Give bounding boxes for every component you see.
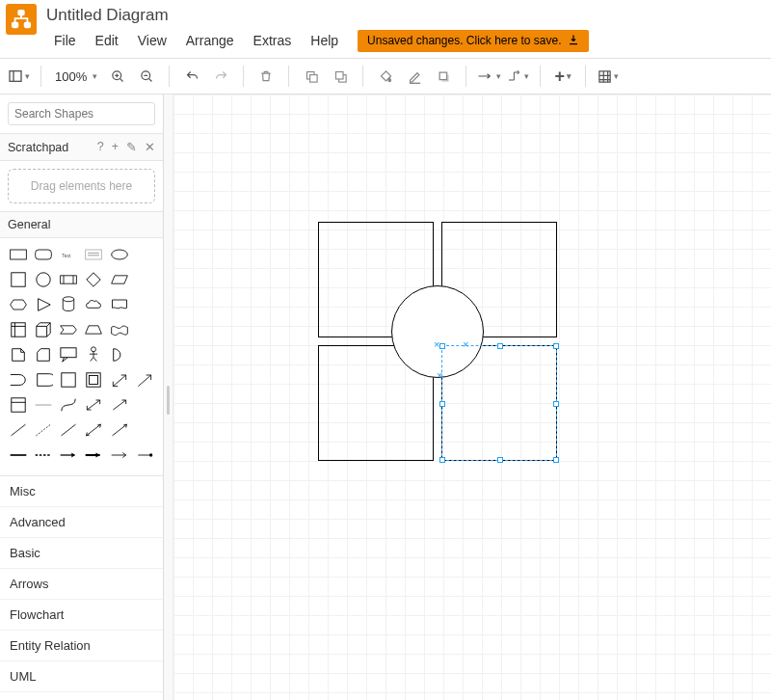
shape-or[interactable] — [109, 344, 130, 365]
shape-curve[interactable] — [58, 394, 79, 416]
connection-point[interactable]: × — [463, 339, 468, 350]
menu-help[interactable]: Help — [301, 29, 348, 52]
shape-cylinder[interactable] — [58, 294, 79, 315]
general-section[interactable]: General — [0, 211, 163, 238]
category-basic[interactable]: Basic — [0, 538, 163, 569]
shape-blank7[interactable] — [134, 419, 155, 441]
shape-harrow[interactable] — [58, 444, 79, 466]
shape-arrow2[interactable] — [109, 419, 130, 441]
connection-point[interactable]: × — [434, 339, 439, 350]
shape-dashed-line[interactable] — [33, 419, 54, 441]
shape-search[interactable] — [8, 102, 155, 125]
shape-parallelogram[interactable] — [109, 269, 130, 290]
shape-label[interactable] — [33, 394, 54, 416]
shape-document[interactable] — [109, 294, 130, 315]
shape-cube[interactable] — [33, 319, 54, 340]
shape-blank[interactable] — [134, 244, 155, 265]
scratchpad-section[interactable]: Scratchpad ? + ✎ ✕ — [0, 133, 163, 161]
category-arrows[interactable]: Arrows — [0, 569, 163, 600]
fill-color-button[interactable] — [373, 64, 398, 89]
shadow-button[interactable] — [431, 64, 456, 89]
menu-view[interactable]: View — [128, 29, 176, 52]
shape-container[interactable] — [58, 369, 79, 390]
pencil-icon[interactable]: ✎ — [126, 140, 137, 154]
shape-blank4[interactable] — [134, 319, 155, 340]
shape-text[interactable]: Text — [58, 244, 79, 265]
shape-harrow-thick[interactable] — [83, 444, 104, 466]
shape-harrow-dot[interactable] — [134, 444, 155, 466]
connection-point[interactable]: × — [437, 370, 442, 381]
shape-arrow-up[interactable] — [134, 369, 155, 390]
shape-internal-storage[interactable] — [8, 319, 29, 340]
shape-step[interactable] — [58, 319, 79, 340]
connection-style-button[interactable] — [476, 64, 501, 89]
shape-list[interactable] — [8, 394, 29, 416]
document-title[interactable]: Untitled Diagram — [44, 4, 765, 29]
shape-circle[interactable] — [33, 269, 54, 290]
to-front-button[interactable] — [299, 64, 324, 89]
shape-harrow-open[interactable] — [109, 444, 130, 466]
help-icon[interactable]: ? — [97, 140, 104, 154]
shape-trapezoid[interactable] — [83, 319, 104, 340]
category-misc[interactable]: Misc — [0, 476, 163, 507]
sidebar-splitter[interactable] — [164, 94, 173, 700]
shape-cloud[interactable] — [83, 294, 104, 315]
undo-button[interactable] — [179, 64, 204, 89]
shape-arrow[interactable] — [109, 394, 130, 416]
menu-arrange[interactable]: Arrange — [176, 29, 244, 52]
app-logo[interactable] — [6, 4, 37, 35]
line-color-button[interactable] — [402, 64, 427, 89]
save-banner[interactable]: Unsaved changes. Click here to save. — [358, 30, 588, 52]
redo-button[interactable] — [208, 64, 233, 89]
category-advanced[interactable]: Advanced — [0, 507, 163, 538]
shape-blank3[interactable] — [134, 294, 155, 315]
view-mode-button[interactable] — [6, 64, 31, 89]
zoom-in-button[interactable] — [105, 64, 130, 89]
shape-blank5[interactable] — [134, 344, 155, 365]
close-icon[interactable]: ✕ — [145, 140, 155, 154]
shape-ellipse[interactable] — [109, 244, 130, 265]
insert-button[interactable]: + — [550, 64, 575, 89]
zoom-out-button[interactable] — [134, 64, 159, 89]
shape-double-arrow[interactable] — [109, 369, 130, 390]
zoom-level[interactable]: 100% — [51, 69, 101, 84]
shape-process[interactable] — [58, 269, 79, 290]
menu-file[interactable]: File — [44, 29, 86, 52]
shape-note[interactable] — [8, 344, 29, 365]
shape-callout[interactable] — [58, 344, 79, 365]
menu-extras[interactable]: Extras — [244, 29, 302, 52]
shape-line2[interactable] — [58, 419, 79, 441]
shape-rect[interactable] — [8, 244, 29, 265]
category-uml[interactable]: UML — [0, 661, 163, 692]
delete-button[interactable] — [253, 64, 279, 89]
category-flowchart[interactable]: Flowchart — [0, 600, 163, 631]
category-entity-relation[interactable]: Entity Relation — [0, 631, 163, 661]
shape-hexagon[interactable] — [8, 294, 29, 315]
shape-square[interactable] — [8, 269, 29, 290]
shape-card[interactable] — [33, 344, 54, 365]
plus-icon[interactable]: + — [112, 140, 119, 154]
shape-and[interactable] — [8, 369, 29, 390]
canvas[interactable]: × × × — [173, 94, 771, 700]
shape-textbox[interactable] — [83, 244, 104, 265]
shape-rounded-rect[interactable] — [33, 244, 54, 265]
shape-tape[interactable] — [109, 319, 130, 340]
shape-hline-dash[interactable] — [33, 444, 54, 466]
shape-data-store[interactable] — [33, 369, 54, 390]
shape-bidir2[interactable] — [83, 419, 104, 441]
menu-edit[interactable]: Edit — [86, 29, 128, 52]
to-back-button[interactable] — [328, 64, 353, 89]
waypoint-style-button[interactable] — [505, 64, 530, 89]
shape-hline[interactable] — [8, 444, 29, 466]
shape-bidir-arrow[interactable] — [83, 394, 104, 416]
shape-triangle[interactable] — [33, 294, 54, 315]
shape-search-input[interactable] — [14, 107, 159, 121]
scratchpad-dropzone[interactable]: Drag elements here — [8, 169, 155, 203]
shape-blank6[interactable] — [134, 394, 155, 416]
shape-line[interactable] — [8, 419, 29, 441]
shape-diamond[interactable] — [83, 269, 104, 290]
table-button[interactable] — [596, 64, 621, 89]
shape-blank2[interactable] — [134, 269, 155, 290]
shape-actor[interactable] — [83, 344, 104, 365]
shape-frame[interactable] — [83, 369, 104, 390]
